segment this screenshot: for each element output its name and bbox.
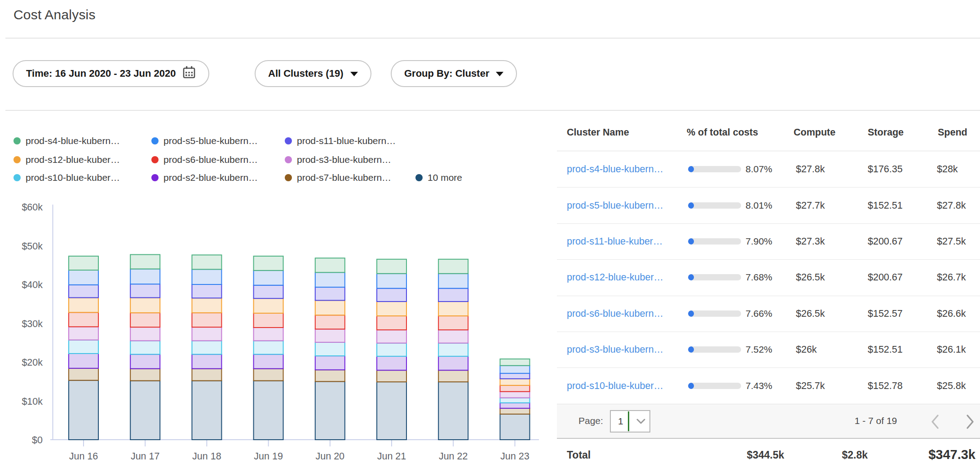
bar-segment[interactable] (69, 285, 98, 298)
bar-segment[interactable] (315, 370, 345, 381)
bar-segment[interactable] (500, 379, 530, 385)
bar-segment[interactable] (192, 381, 221, 440)
bar-segment[interactable] (500, 392, 530, 398)
bar-segment[interactable] (315, 258, 345, 272)
bar-segment[interactable] (192, 269, 221, 284)
bar-segment[interactable] (192, 341, 221, 354)
bar-segment[interactable] (438, 356, 468, 370)
legend-item-8[interactable]: prod-s7-blue-kubern… (285, 171, 391, 184)
bar-segment[interactable] (130, 284, 160, 297)
bar-segment[interactable] (438, 274, 468, 288)
bar-segment[interactable] (254, 341, 283, 354)
bar-segment[interactable] (254, 369, 283, 381)
prev-page-button[interactable] (929, 413, 941, 430)
bar-segment[interactable] (377, 370, 406, 382)
bar-segment[interactable] (438, 343, 468, 356)
bar-segment[interactable] (192, 369, 221, 381)
bar-segment[interactable] (130, 254, 160, 269)
bar-segment[interactable] (500, 414, 530, 440)
col-header-storage[interactable]: Storage (868, 127, 904, 138)
bar-segment[interactable] (192, 255, 221, 269)
bar-segment[interactable] (254, 381, 283, 440)
bar-segment[interactable] (69, 312, 98, 327)
cluster-name-link[interactable]: prod-s5-blue-kubern… (567, 200, 663, 211)
group-by-dropdown[interactable]: Group By: Cluster (391, 60, 517, 87)
cluster-name-link[interactable]: prod-s6-blue-kubern… (567, 308, 663, 319)
page-select[interactable]: 1 (610, 410, 650, 433)
bar-segment[interactable] (254, 256, 283, 271)
bar-segment[interactable] (438, 288, 468, 302)
bar-segment[interactable] (69, 297, 98, 312)
bar-segment[interactable] (315, 287, 345, 300)
time-range-filter[interactable]: Time: 16 Jun 2020 - 23 Jun 2020 (13, 60, 209, 87)
bar-segment[interactable] (377, 316, 406, 330)
bar-segment[interactable] (438, 316, 468, 330)
bar-segment[interactable] (438, 382, 468, 440)
next-page-button[interactable] (964, 413, 976, 430)
bar-segment[interactable] (130, 269, 160, 284)
bar-segment[interactable] (192, 313, 221, 327)
bar-segment[interactable] (69, 380, 98, 440)
bar-segment[interactable] (254, 285, 283, 298)
legend-item-1[interactable]: prod-s5-blue-kubern… (151, 135, 258, 147)
bar-segment[interactable] (500, 385, 530, 392)
legend-item-7[interactable]: prod-s2-blue-kubern… (151, 171, 258, 184)
clusters-filter-dropdown[interactable]: All Clusters (19) (255, 60, 371, 87)
bar-segment[interactable] (500, 359, 530, 366)
bar-segment[interactable] (130, 354, 160, 369)
cluster-name-link[interactable]: prod-s4-blue-kubern… (567, 164, 663, 175)
bar-segment[interactable] (130, 327, 160, 341)
bar-segment[interactable] (438, 302, 468, 316)
bar-segment[interactable] (69, 354, 98, 368)
bar-segment[interactable] (315, 272, 345, 287)
bar-segment[interactable] (500, 366, 530, 373)
bar-segment[interactable] (315, 315, 345, 329)
bar-segment[interactable] (500, 373, 530, 379)
bar-segment[interactable] (130, 313, 160, 327)
bar-segment[interactable] (254, 328, 283, 341)
bar-segment[interactable] (69, 256, 98, 270)
bar-segment[interactable] (130, 297, 160, 313)
bar-segment[interactable] (192, 284, 221, 298)
bar-segment[interactable] (69, 340, 98, 354)
bar-segment[interactable] (500, 408, 530, 414)
legend-item-9[interactable]: 10 more (415, 171, 462, 184)
bar-segment[interactable] (315, 381, 345, 440)
legend-item-0[interactable]: prod-s4-blue-kubern… (13, 135, 120, 147)
bar-segment[interactable] (192, 327, 221, 341)
bar-segment[interactable] (377, 274, 406, 288)
bar-segment[interactable] (315, 356, 345, 370)
bar-segment[interactable] (377, 356, 406, 370)
bar-segment[interactable] (500, 398, 530, 403)
bar-segment[interactable] (377, 330, 406, 343)
legend-item-2[interactable]: prod-s11-blue-kubern… (285, 135, 396, 147)
bar-segment[interactable] (192, 354, 221, 369)
col-header-pct-total-costs[interactable]: % of total costs (687, 127, 758, 138)
bar-segment[interactable] (438, 370, 468, 382)
cluster-name-link[interactable]: prod-s11-blue-kuber… (567, 236, 663, 247)
legend-item-4[interactable]: prod-s6-blue-kubern… (151, 153, 258, 166)
bar-segment[interactable] (69, 368, 98, 380)
legend-item-3[interactable]: prod-s12-blue-kuber… (13, 153, 120, 166)
cluster-name-link[interactable]: prod-s3-blue-kubern… (567, 344, 663, 355)
bar-segment[interactable] (377, 343, 406, 356)
bar-segment[interactable] (254, 271, 283, 285)
col-header-cluster-name[interactable]: Cluster Name (567, 127, 629, 138)
bar-segment[interactable] (377, 302, 406, 316)
col-header-compute[interactable]: Compute (794, 127, 835, 138)
bar-segment[interactable] (315, 342, 345, 356)
bar-segment[interactable] (192, 298, 221, 313)
bar-segment[interactable] (438, 259, 468, 274)
bar-segment[interactable] (500, 403, 530, 408)
bar-segment[interactable] (377, 382, 406, 440)
bar-segment[interactable] (377, 288, 406, 302)
col-header-spend[interactable]: Spend (938, 127, 967, 138)
bar-segment[interactable] (130, 381, 160, 440)
bar-segment[interactable] (254, 313, 283, 328)
legend-item-5[interactable]: prod-s3-blue-kubern… (285, 153, 391, 166)
bar-segment[interactable] (377, 259, 406, 274)
bar-segment[interactable] (130, 369, 160, 381)
legend-item-6[interactable]: prod-s10-blue-kuber… (13, 171, 120, 184)
bar-segment[interactable] (315, 300, 345, 315)
bar-segment[interactable] (130, 341, 160, 354)
